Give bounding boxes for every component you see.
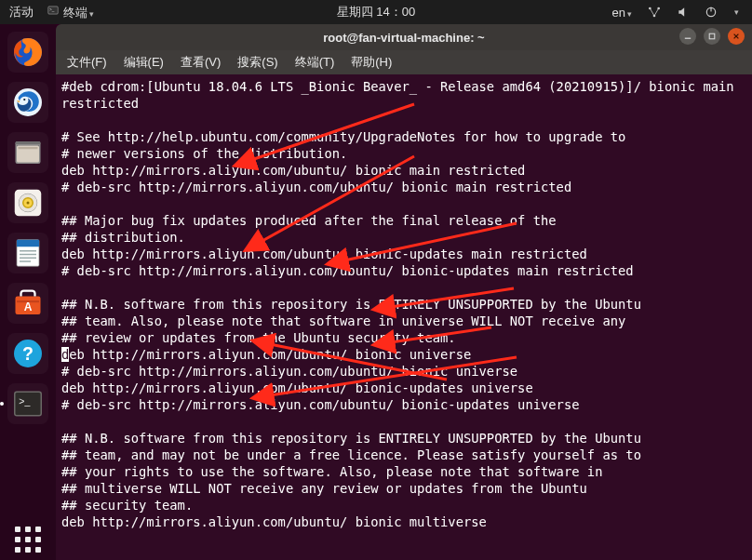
svg-rect-23	[20, 254, 36, 256]
svg-point-19	[27, 202, 30, 205]
window-titlebar[interactable]: root@fan-virtual-machine: ~	[56, 24, 752, 50]
menubar: 文件(F) 编辑(E) 查看(V) 搜索(S) 终端(T) 帮助(H)	[56, 50, 752, 74]
sound-icon[interactable]	[677, 6, 690, 19]
dock-terminal[interactable]: >_	[7, 383, 48, 424]
svg-rect-22	[20, 250, 36, 252]
power-icon[interactable]	[705, 6, 718, 19]
menu-view[interactable]: 查看(V)	[181, 54, 221, 71]
svg-rect-24	[20, 258, 36, 260]
menu-help[interactable]: 帮助(H)	[351, 54, 392, 71]
dock-firefox[interactable]	[7, 32, 48, 73]
activities-button[interactable]: 活动	[9, 4, 34, 20]
svg-text:>_: >_	[49, 7, 55, 12]
language-indicator[interactable]: en▾	[612, 6, 632, 20]
svg-text:A: A	[24, 300, 33, 313]
svg-rect-21	[17, 240, 39, 247]
terminal-window: root@fan-virtual-machine: ~ 文件(F) 编辑(E) …	[56, 24, 752, 560]
window-close-button[interactable]	[728, 28, 745, 45]
menu-edit[interactable]: 编辑(E)	[124, 54, 164, 71]
svg-text:?: ?	[22, 343, 34, 364]
menu-file[interactable]: 文件(F)	[67, 54, 107, 71]
menu-terminal[interactable]: 终端(T)	[295, 54, 335, 71]
svg-rect-34	[709, 33, 715, 39]
dock: A ? >_	[0, 24, 56, 560]
window-title: root@fan-virtual-machine: ~	[323, 31, 484, 45]
dock-thunderbird[interactable]	[7, 82, 48, 123]
svg-rect-14	[16, 141, 41, 144]
terminal-content[interactable]: #deb cdrom:[Ubuntu 18.04.6 LTS _Bionic B…	[56, 74, 752, 560]
system-menu-arrow[interactable]: ▾	[734, 7, 739, 17]
dock-files[interactable]	[7, 132, 48, 173]
window-minimize-button[interactable]	[679, 28, 696, 45]
window-maximize-button[interactable]	[704, 28, 720, 45]
clock[interactable]: 星期四 14：00	[337, 4, 416, 20]
svg-rect-33	[685, 38, 691, 39]
dock-software[interactable]: A	[7, 283, 48, 324]
dock-help[interactable]: ?	[7, 333, 48, 374]
svg-point-9	[23, 99, 25, 100]
dock-writer[interactable]	[7, 233, 48, 273]
svg-rect-13	[19, 147, 38, 149]
svg-rect-6	[710, 7, 711, 12]
menu-search[interactable]: 搜索(S)	[237, 54, 277, 71]
top-panel: 活动 >_ 终端▾ 星期四 14：00 en▾ ▾	[0, 0, 752, 24]
dock-rhythmbox[interactable]	[7, 182, 48, 223]
dock-show-apps[interactable]	[7, 519, 48, 560]
app-menu[interactable]: >_ 终端▾	[47, 4, 94, 21]
svg-text:>_: >_	[19, 395, 30, 407]
network-icon[interactable]	[647, 6, 662, 19]
svg-rect-25	[20, 260, 31, 262]
